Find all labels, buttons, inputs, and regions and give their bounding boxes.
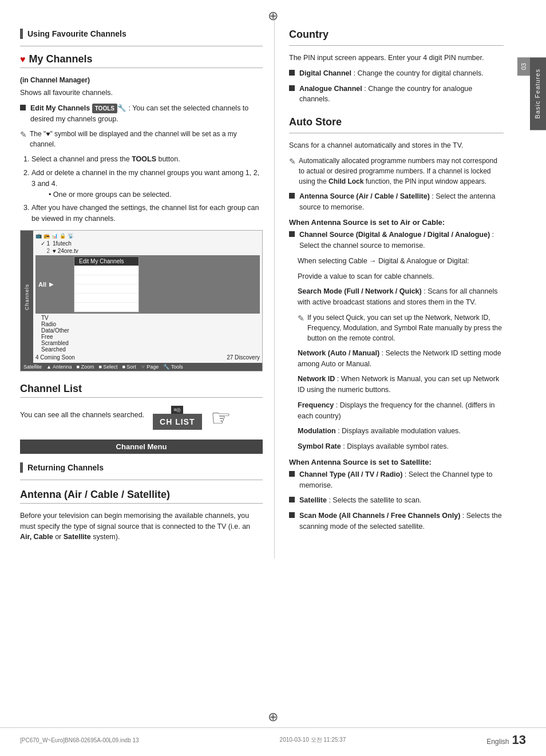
antenna-source-bullet: Antenna Source (Air / Cable / Satellite)…: [289, 191, 504, 213]
divider-2: [20, 68, 263, 68]
search-mode-text: Search Mode (Full / Network / Quick) : S…: [289, 286, 504, 308]
cs-menu-timer[interactable]: Timer Viewing: [74, 275, 139, 284]
side-tab-label: Basic Features: [530, 57, 546, 130]
bullet-sq: [20, 105, 26, 110]
cs-bottom-sort: ■ Sort: [122, 364, 136, 370]
antenna-source-content: Antenna Source (Air / Cable / Satellite)…: [299, 191, 504, 213]
cs-sub-scrambled: Scrambled: [41, 340, 260, 346]
cs-sub-searched: Searched: [41, 346, 260, 353]
cs-bottom-antenna: ▲ Antenna: [46, 364, 72, 370]
country-pin-text: The PIN input screen appears. Enter your…: [289, 53, 504, 64]
antenna-label: Antenna (Air / Cable / Satellite): [20, 489, 170, 501]
antenna-system: system).: [93, 533, 120, 541]
in-channel-manager-text: (in Channel Manager): [20, 76, 90, 84]
footer-left-text: [PC670_W~Euro]BN68-02695A-00L09.indb 13: [20, 737, 139, 743]
cs-menu-deselect[interactable]: Deselect All: [74, 303, 139, 312]
modulation-text: Modulation : Displays available modulati…: [289, 426, 504, 437]
note-icon-auto: ✎: [289, 156, 296, 168]
using-fav-title: Using Favourite Channels: [27, 29, 126, 38]
frequency-label: Frequency: [298, 401, 334, 409]
divider-r1: [289, 45, 504, 46]
auto-store-section: Auto Store Scans for a channel automatic…: [289, 116, 504, 532]
satellite-bullet: Satellite : Selects the satellite to sca…: [289, 495, 504, 506]
cs-sub-radio: Radio: [41, 321, 260, 327]
crosshair-bottom: ⊕: [268, 710, 278, 725]
returning-title: Returning Channels: [27, 463, 104, 472]
footer: [PC670_W~Euro]BN68-02695A-00L09.indb 13 …: [0, 727, 546, 747]
cs-sidebar-label: Channels: [21, 231, 33, 363]
bullet-sq-a: [289, 85, 295, 91]
child-lock-label: Child Lock: [329, 177, 363, 185]
shows-text: Shows all favourite channels.: [20, 88, 263, 98]
symbol-rate-label: Symbol Rate: [298, 442, 341, 450]
divider-r2: [289, 133, 504, 133]
cs-row2-num: 2: [35, 248, 50, 254]
digital-channel-bullet: Digital Channel : Change the country for…: [289, 68, 504, 79]
channel-list-label: Channel List: [20, 383, 82, 395]
using-fav-header: Using Favourite Channels: [20, 29, 263, 39]
note-icon-quick: ✎: [298, 312, 304, 324]
ch-badge-top: ≡◎: [171, 406, 183, 414]
cs-coming-row: 4 Coming Soon 27 Discovery: [35, 354, 260, 361]
cs-inner: Channels 📺 📻 📊 🔒 📡 ✓ 1 1futech: [21, 231, 262, 363]
symbol-rate-desc: : Displays available symbol rates.: [343, 442, 449, 450]
cs-sub-free: Free: [41, 334, 260, 340]
antenna-desc-text: Before your television can begin memoris…: [20, 512, 250, 531]
cable-sub: Provide a value to scan for cable channe…: [289, 271, 504, 282]
cs-row27: 27 Discovery: [227, 354, 260, 361]
cs-menu-edit[interactable]: Edit My Channels: [74, 257, 139, 266]
left-column: Using Favourite Channels ♥ My Channels (…: [0, 17, 275, 559]
antenna-desc: Before your television can begin memoris…: [20, 510, 263, 543]
channel-menu-bar: Channel Menu: [20, 440, 263, 454]
channel-source-label: Channel Source (Digital & Analogue / Dig…: [299, 231, 490, 239]
cs-icon-1: 📺: [35, 233, 42, 239]
channel-type-label: Channel Type (All / TV / Radio): [299, 470, 402, 478]
footer-date-text: 2010-03-10 오전 11:25:37: [280, 736, 346, 744]
cs-menu-edit-num[interactable]: Edit Channel Number: [74, 284, 139, 294]
right-column: Country The PIN input screen appears. En…: [275, 17, 532, 559]
frequency-text: Frequency : Displays the frequency for t…: [289, 400, 504, 422]
cs-menu-delete[interactable]: Delete: [74, 294, 139, 303]
modulation-desc: : Displays available modulation values.: [338, 427, 461, 435]
cs-bottom-select: ■ Select: [98, 364, 117, 370]
cs-row4: 4 Coming Soon: [35, 354, 75, 361]
quick-note-text: If you select Quick, you can set up the …: [307, 312, 504, 343]
satellite-label: Satellite: [299, 496, 327, 504]
section-bar-2: [20, 462, 23, 473]
ch-list-row: You can see all the channels searched. ≡…: [20, 405, 263, 431]
satellite-desc: : Selects the satellite to scan.: [329, 496, 421, 504]
content-columns: Using Favourite Channels ♥ My Channels (…: [0, 17, 546, 559]
in-channel-manager: (in Channel Manager): [20, 75, 263, 85]
channel-screenshot: Channels 📺 📻 📊 🔒 📡 ✓ 1 1futech: [20, 230, 263, 371]
step2-text: Add or delete a channel in the my channe…: [31, 169, 259, 188]
side-tab-number: 03: [517, 57, 530, 76]
auto-note-end: function, the PIN input window appears.: [366, 177, 486, 185]
bullet-sq-sm: [289, 512, 295, 518]
edit-label: Edit My Channels: [30, 104, 90, 112]
footer-page-number: 13: [512, 733, 526, 747]
cs-menu-lock[interactable]: Lock: [74, 266, 139, 275]
when-cable-text: When selecting Cable → Digital & Analogu…: [289, 256, 504, 267]
satellite-content: Satellite : Selects the satellite to sca…: [299, 495, 421, 506]
cs-dot: ▶: [49, 281, 54, 287]
cs-row-1: ✓ 1 1futech: [35, 240, 260, 247]
divider-1: [20, 46, 263, 46]
country-title: Country: [289, 29, 504, 41]
heart-icon: ♥: [20, 54, 26, 65]
step2-bullet: One or more groups can be selected.: [31, 189, 263, 200]
step-2: Add or delete a channel in the my channe…: [31, 168, 263, 200]
cs-icon-4: 🔒: [60, 233, 66, 239]
my-channels-label: My Channels: [29, 53, 93, 65]
channel-type-content: Channel Type (All / TV / Radio) : Select…: [299, 469, 504, 491]
note-block-heart: ✎ The "♥" symbol will be displayed and t…: [20, 129, 263, 149]
bullet-sq-sat: [289, 497, 295, 502]
cs-bottom-bar: Satellite ▲ Antenna ■ Zoom ■ Select ■ So…: [21, 363, 262, 371]
channel-list-title: Channel List: [20, 383, 263, 395]
note-heart-text: The "♥" symbol will be displayed and the…: [30, 129, 263, 149]
network-id-label: Network ID: [298, 375, 335, 383]
cs-all-label: All: [38, 281, 46, 288]
cs-sub-data: Data/Other: [41, 327, 260, 334]
antenna-section: Antenna (Air / Cable / Satellite) Before…: [20, 489, 263, 543]
channel-list-section: Channel List You can see all the channel…: [20, 383, 263, 431]
network-label: Network (Auto / Manual): [298, 349, 379, 357]
